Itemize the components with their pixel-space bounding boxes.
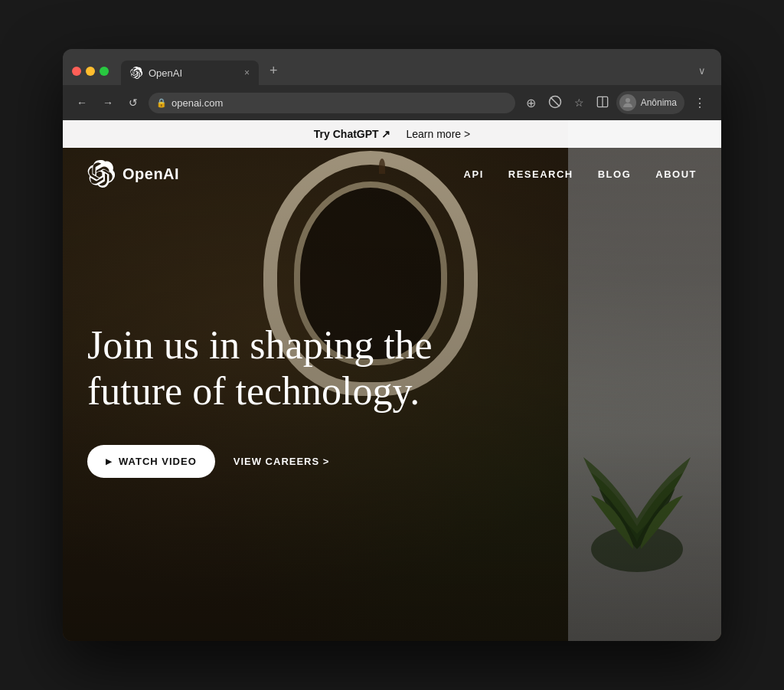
play-icon: ▶ — [106, 457, 113, 466]
incognito-icon[interactable] — [544, 92, 567, 114]
profile-name: Anônima — [641, 97, 677, 108]
site-navigation: OpenAI API RESEARCH BLOG ABOUT — [63, 148, 721, 200]
hero-buttons: ▶ WATCH VIDEO VIEW CAREERS > — [87, 445, 697, 478]
announcement-bar: Try ChatGPT ↗ Learn more > — [63, 120, 721, 148]
tab-close-button[interactable]: × — [244, 67, 250, 78]
hero-title: Join us in shaping the future of technol… — [87, 322, 531, 414]
address-bar: ← → ↺ 🔒 ⊕ ☆ — [63, 85, 721, 120]
openai-logo-text: OpenAI — [122, 165, 179, 183]
forward-button[interactable]: → — [98, 93, 118, 112]
avatar — [619, 94, 636, 111]
reload-button[interactable]: ↺ — [124, 93, 142, 112]
traffic-lights — [72, 67, 109, 76]
back-button[interactable]: ← — [72, 93, 92, 112]
try-chatgpt-link[interactable]: Try ChatGPT ↗ — [314, 128, 391, 140]
maximize-traffic-light[interactable] — [100, 67, 109, 76]
watch-video-button[interactable]: ▶ WATCH VIDEO — [87, 445, 215, 478]
svg-line-1 — [550, 97, 560, 106]
translate-icon[interactable]: ⊕ — [521, 93, 541, 113]
nav-api[interactable]: API — [464, 168, 484, 180]
address-wrapper: 🔒 — [149, 93, 515, 113]
tab-chevron[interactable]: ∨ — [692, 59, 712, 83]
watch-video-label: WATCH VIDEO — [119, 456, 197, 467]
title-bar: OpenAI × + ∨ — [63, 49, 721, 85]
toolbar-icons: ⊕ ☆ — [521, 91, 712, 114]
openai-logo[interactable]: OpenAI — [87, 160, 179, 188]
nav-research[interactable]: RESEARCH — [508, 168, 573, 180]
nav-blog[interactable]: BLOG — [598, 168, 632, 180]
tab-title: OpenAI — [149, 67, 238, 79]
lock-icon: 🔒 — [156, 98, 167, 108]
openai-logo-icon — [87, 160, 115, 188]
bookmark-icon[interactable]: ☆ — [570, 93, 589, 112]
nav-links: API RESEARCH BLOG ABOUT — [464, 168, 697, 180]
tabs-row: OpenAI × + ∨ — [121, 57, 712, 85]
nav-about[interactable]: ABOUT — [655, 168, 697, 180]
svg-point-4 — [626, 98, 630, 103]
address-input[interactable] — [149, 93, 515, 113]
new-tab-button[interactable]: + — [262, 57, 286, 85]
browser-window: OpenAI × + ∨ ← → ↺ 🔒 ⊕ ☆ — [63, 49, 721, 641]
active-tab[interactable]: OpenAI × — [121, 60, 259, 85]
more-options-button[interactable]: ⋮ — [688, 93, 712, 113]
minimize-traffic-light[interactable] — [86, 67, 95, 76]
view-careers-button[interactable]: VIEW CAREERS > — [234, 456, 330, 467]
tab-favicon — [130, 67, 142, 79]
website-content: Try ChatGPT ↗ Learn more > OpenAI API RE… — [63, 120, 721, 641]
close-traffic-light[interactable] — [72, 67, 81, 76]
profile-button[interactable]: Anônima — [616, 91, 684, 114]
hero-content: Join us in shaping the future of technol… — [63, 200, 721, 509]
split-view-icon[interactable] — [592, 93, 613, 113]
learn-more-link[interactable]: Learn more > — [407, 128, 471, 140]
